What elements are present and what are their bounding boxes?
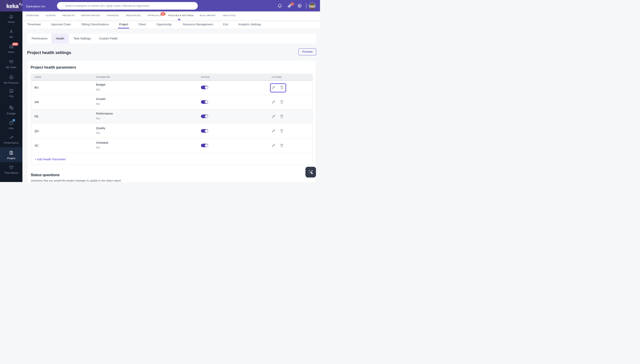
svg-text:keka: keka	[6, 3, 19, 9]
svg-text:$: $	[11, 76, 12, 79]
